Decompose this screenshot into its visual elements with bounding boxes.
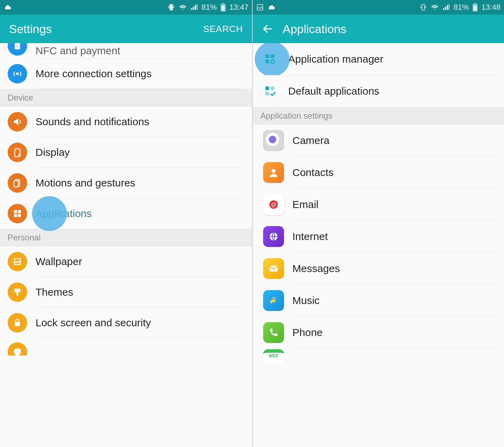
svg-rect-21 — [473, 5, 477, 11]
svg-rect-22 — [266, 55, 269, 58]
clock: 13:48 — [481, 3, 501, 12]
svg-point-29 — [271, 169, 275, 173]
row-display[interactable]: Display — [0, 137, 252, 168]
row-label: Internet — [292, 221, 496, 253]
wifi-icon — [179, 3, 187, 11]
svg-rect-23 — [271, 55, 275, 58]
row-nfc[interactable]: L NFC and payment — [0, 43, 252, 58]
section-device: Device — [0, 89, 252, 106]
row-label: Sounds and notifications — [36, 106, 244, 137]
sound-icon — [8, 112, 27, 131]
row-camera[interactable]: Camera — [253, 125, 504, 157]
status-bar: 81% 13:47 — [0, 0, 252, 15]
svg-rect-13 — [18, 214, 21, 217]
row-internet[interactable]: Internet — [253, 221, 504, 253]
themes-icon — [8, 282, 27, 302]
camera-icon — [263, 130, 284, 151]
row-default-apps[interactable]: Default applications — [253, 75, 504, 107]
row-label: Camera — [292, 125, 496, 157]
row-label: More connection settings — [36, 58, 244, 89]
page-title: Applications — [283, 22, 495, 36]
image-icon — [256, 3, 264, 11]
row-label: Music — [292, 285, 496, 317]
row-label: NFC and payment — [36, 43, 244, 58]
row-contacts[interactable]: Contacts — [253, 157, 504, 189]
row-label: Motions and gestures — [36, 168, 244, 198]
battery-percent: 81% — [202, 3, 217, 12]
svg-rect-27 — [271, 87, 275, 90]
row-label: Email — [292, 189, 496, 221]
messages-icon — [263, 258, 284, 279]
svg-rect-16 — [17, 292, 18, 296]
wifi-icon — [431, 3, 439, 11]
contacts-icon — [263, 162, 284, 183]
row-sounds[interactable]: Sounds and notifications — [0, 106, 252, 137]
svg-rect-26 — [266, 87, 269, 90]
more-connection-icon — [8, 64, 27, 83]
calendar-icon: WED — [263, 349, 284, 363]
svg-rect-10 — [14, 210, 17, 213]
svg-rect-28 — [266, 92, 269, 96]
row-email[interactable]: @ Email — [253, 189, 504, 221]
app-bar: Settings SEARCH — [0, 15, 252, 43]
vibrate-icon — [167, 3, 175, 11]
section-app-settings: Application settings — [253, 107, 504, 125]
row-label: Lock screen and security — [36, 308, 244, 338]
battery-icon — [220, 3, 226, 11]
settings-screen: 81% 13:47 Settings SEARCH L NFC and paym… — [0, 0, 252, 447]
applications-screen: 81% 13:48 Applications Application manag… — [252, 0, 504, 447]
row-label: Applications — [36, 198, 244, 229]
svg-rect-9 — [14, 181, 18, 187]
app-bar: Applications — [253, 15, 504, 43]
row-lock-screen[interactable]: Lock screen and security — [0, 308, 252, 338]
row-label: Themes — [36, 277, 244, 308]
svg-rect-1 — [222, 3, 224, 5]
internet-icon — [263, 226, 284, 247]
back-button[interactable] — [262, 23, 274, 35]
row-label — [292, 349, 496, 363]
row-messages[interactable]: Messages — [253, 253, 504, 285]
row-music[interactable]: Music — [253, 285, 504, 317]
privacy-icon — [8, 342, 27, 356]
applications-list[interactable]: Application manager Default applications… — [253, 43, 504, 447]
row-phone[interactable]: Phone — [253, 317, 504, 349]
row-label: Phone — [292, 317, 496, 349]
row-label: Display — [36, 137, 244, 168]
wallpaper-icon — [8, 252, 27, 271]
phone-icon — [263, 322, 284, 343]
row-applications[interactable]: Applications — [0, 198, 252, 229]
row-themes[interactable]: Themes — [0, 277, 252, 308]
settings-list[interactable]: L NFC and payment More connection settin… — [0, 43, 252, 447]
motions-icon — [8, 173, 27, 193]
music-icon — [263, 290, 284, 311]
svg-rect-20 — [474, 3, 476, 5]
cloud-icon — [267, 3, 276, 11]
svg-rect-12 — [14, 214, 17, 217]
display-icon — [8, 143, 27, 162]
row-motions[interactable]: Motions and gestures — [0, 168, 252, 198]
row-wallpaper[interactable]: Wallpaper — [0, 246, 252, 277]
svg-point-7 — [18, 154, 20, 156]
clock: 13:47 — [229, 3, 249, 12]
row-label: Messages — [292, 253, 496, 285]
row-label: Default applications — [288, 75, 496, 107]
signal-icon — [190, 3, 198, 11]
svg-rect-17 — [15, 322, 20, 327]
nfc-icon: L — [8, 43, 27, 56]
battery-percent: 81% — [454, 3, 469, 12]
lock-icon — [8, 313, 27, 333]
signal-icon — [442, 3, 450, 11]
battery-icon — [472, 3, 478, 11]
status-bar: 81% 13:48 — [253, 0, 504, 15]
row-app-manager[interactable]: Application manager — [253, 43, 504, 75]
row-more-connection[interactable]: More connection settings — [0, 58, 252, 89]
search-button[interactable]: SEARCH — [203, 24, 243, 34]
row-label: Application manager — [288, 43, 496, 75]
svg-text:L: L — [16, 44, 18, 48]
svg-rect-24 — [266, 60, 269, 64]
svg-rect-15 — [14, 289, 21, 292]
svg-text:@: @ — [271, 201, 276, 208]
row-privacy-partial[interactable] — [0, 338, 252, 356]
svg-rect-2 — [221, 5, 225, 11]
row-calendar-partial[interactable]: WED — [253, 349, 504, 363]
